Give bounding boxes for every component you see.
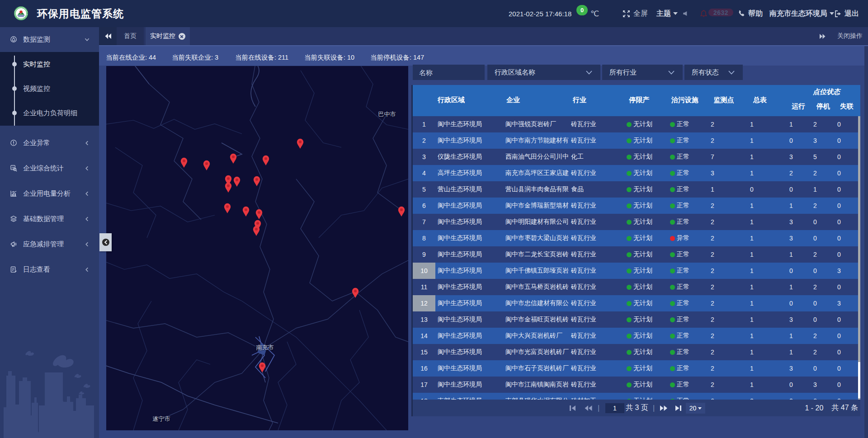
- status-dot-green: [670, 382, 675, 387]
- status-select[interactable]: 所有状态: [684, 65, 743, 80]
- map-pin-3[interactable]: [203, 160, 210, 171]
- tab-home[interactable]: 首页: [117, 27, 144, 45]
- logout-button[interactable]: 退出: [835, 0, 859, 27]
- map-pin-12[interactable]: [242, 206, 250, 217]
- table-row-17[interactable]: 17阆中生态环境局阆中市江南镇阆南页岩砖瓦行业无计划正常21030: [413, 377, 860, 393]
- chevron-down-icon: [668, 71, 675, 75]
- close-operations-button[interactable]: 关闭操作: [820, 27, 863, 45]
- tabs-scroll-left-button[interactable]: [99, 27, 117, 45]
- col-header-facility: 治污设施: [671, 96, 698, 104]
- notifications-button[interactable]: [700, 0, 707, 27]
- cell-org: 南部生态环境局: [438, 393, 505, 400]
- table-row-3[interactable]: 3仪陇生态环境局西南油气田分公司川中化工无计划正常71350: [413, 149, 860, 165]
- cell-run: 1: [780, 246, 802, 263]
- fullscreen-button[interactable]: 全屏: [623, 0, 648, 27]
- help-button[interactable]: 帮助: [738, 0, 763, 27]
- cell-org: 阆中生态环境局: [438, 132, 505, 149]
- map-panel[interactable]: 巴中市南充市遂宁市: [106, 66, 408, 430]
- sidebar-group-企业综合统计[interactable]: 企业综合统计: [0, 155, 99, 181]
- speaker-icon: [683, 11, 688, 16]
- region-select[interactable]: 行政区域名称: [487, 65, 600, 80]
- tab-realtime-monitor[interactable]: 实时监控: [146, 27, 190, 45]
- map-pin-17[interactable]: [259, 362, 266, 373]
- next-page-button[interactable]: [660, 400, 667, 416]
- notification-count-badge[interactable]: 2632: [708, 9, 733, 16]
- table-scrollbar-track[interactable]: [858, 116, 860, 400]
- table-row-14[interactable]: 14阆中生态环境局阆中大兴页岩机砖厂砖瓦行业无计划正常21120: [413, 328, 860, 344]
- cell-stopped: 2: [804, 165, 826, 181]
- table-row-2[interactable]: 2阆中生态环境局阆中市南方节能建材有砖瓦行业无计划正常21030: [413, 132, 860, 149]
- sidebar-item-视频监控[interactable]: 视频监控: [0, 76, 99, 101]
- sidebar-group-日志查看[interactable]: 日志查看: [0, 257, 99, 282]
- last-page-button[interactable]: [675, 400, 682, 416]
- cell-org: 阆中生态环境局: [438, 295, 505, 311]
- table-row-4[interactable]: 4高坪生态环境局南充市高坪区王家店建砖瓦行业无计划正常31220: [413, 165, 860, 181]
- industry-select[interactable]: 所有行业: [602, 65, 683, 80]
- sidebar-group-应急减排管理[interactable]: 应急减排管理: [0, 231, 99, 257]
- sidebar-group-label: 基础数据管理: [23, 215, 64, 223]
- cell-company: 阆中市五马桥页岩机砖: [505, 279, 572, 295]
- sidebar-item-企业电力负荷明细[interactable]: 企业电力负荷明细: [0, 101, 99, 125]
- theme-dropdown[interactable]: 主题: [656, 0, 678, 27]
- table-row-18[interactable]: 18南部生态环境局南部县砚华水泥有限公砖材加工无计划正常62060: [413, 393, 860, 400]
- table-row-7[interactable]: 7阆中生态环境局阆中明阳建材有限公司砖瓦行业无计划正常21300: [413, 214, 860, 230]
- cell-points: 2: [702, 360, 723, 377]
- cell-industry: 砖瓦行业: [571, 132, 616, 149]
- cell-stopped: 6: [804, 393, 826, 400]
- map-pin-11[interactable]: [224, 203, 231, 214]
- table-row-13[interactable]: 13阆中生态环境局阆中市金福旺页岩机砖砖瓦行业无计划正常21300: [413, 311, 860, 328]
- cell-points: 3: [702, 165, 723, 181]
- panel-collapse-toggle[interactable]: [99, 233, 112, 251]
- table-row-11[interactable]: 11阆中生态环境局阆中市五马桥页岩机砖砖瓦行业无计划正常21120: [413, 279, 860, 295]
- table-row-12[interactable]: 12阆中生态环境局阆中市忠信建材有限公砖瓦行业无计划正常21003: [413, 295, 860, 311]
- map-pin-10[interactable]: [398, 206, 405, 217]
- sidebar-group-企业异常[interactable]: 企业异常: [0, 130, 99, 155]
- next-page-icon: [660, 405, 667, 411]
- cell-row-number: 2: [413, 132, 435, 149]
- tab-close-icon[interactable]: [179, 33, 185, 40]
- map-pin-9[interactable]: [253, 176, 260, 187]
- prev-page-button[interactable]: [585, 400, 592, 416]
- sidebar-group-数据监测[interactable]: 数据监测: [0, 27, 99, 52]
- page-size-select[interactable]: 20: [686, 403, 705, 414]
- app-root: 环保用电监管系统 2021-02-25 17:46:18 0 ℃ 全屏 主题: [0, 0, 868, 438]
- page-number-input[interactable]: [605, 403, 624, 413]
- mute-button[interactable]: [683, 0, 688, 27]
- name-search-input[interactable]: [413, 65, 485, 80]
- table-row-10[interactable]: 10阆中生态环境局阆中千佛镇五郎垭页岩砖瓦行业无计划正常21003: [413, 263, 860, 279]
- table-row-9[interactable]: 9阆中生态环境局阆中市二龙长宝页岩砖砖瓦行业无计划正常21120: [413, 246, 860, 263]
- col-header-stopped: 停机: [816, 102, 830, 111]
- map-pin-16[interactable]: [352, 287, 359, 298]
- cell-points: 2: [702, 279, 723, 295]
- table-scrollbar-thumb[interactable]: [858, 362, 860, 398]
- statistics-icon: [10, 165, 17, 172]
- table-row-1[interactable]: 1阆中生态环境局阆中强锐页岩砖厂砖瓦行业无计划正常21120: [413, 116, 860, 132]
- table-row-5[interactable]: 5营山生态环境局营山县润丰肉食品有限食品无计划正常10010: [413, 181, 860, 198]
- sidebar-item-实时监控[interactable]: 实时监控: [0, 52, 99, 76]
- col-header-company: 企业: [506, 96, 520, 104]
- cell-org: 阆中生态环境局: [438, 328, 505, 344]
- map-pin-13[interactable]: [255, 209, 263, 220]
- org-dropdown[interactable]: 南充市生态环境局: [769, 0, 834, 27]
- table-row-6[interactable]: 6阆中生态环境局阆中市金博瑞新型墙材砖瓦行业无计划正常21120: [413, 198, 860, 214]
- map-pin-1[interactable]: [297, 138, 304, 149]
- cell-row-number: 10: [413, 263, 435, 279]
- sidebar-group-基础数据管理[interactable]: 基础数据管理: [0, 206, 99, 231]
- first-page-button[interactable]: [569, 400, 576, 416]
- map-pin-4[interactable]: [230, 153, 237, 164]
- map-pin-7[interactable]: [233, 176, 241, 187]
- table-row-16[interactable]: 16阆中生态环境局阆中市石子页岩机砖厂砖瓦行业无计划正常21300: [413, 360, 860, 377]
- cell-run: 3: [780, 311, 802, 328]
- sidebar-group-企业用电量分析[interactable]: 企业用电量分析: [0, 181, 99, 206]
- cell-meter: 1: [741, 311, 763, 328]
- map-pin-8[interactable]: [225, 182, 232, 193]
- cell-points: 2: [702, 198, 723, 214]
- page-size-value: 20: [689, 405, 697, 412]
- map-pin-2[interactable]: [180, 157, 188, 168]
- table-row-15[interactable]: 15阆中生态环境局阆中市光富页岩机砖厂砖瓦行业无计划正常21120: [413, 344, 860, 360]
- cell-row-number: 14: [413, 328, 435, 344]
- map-pin-5[interactable]: [262, 155, 269, 166]
- table-row-8[interactable]: 8阆中生态环境局阆中市枣碧大梁山页岩砖瓦行业无计划异常21300: [413, 230, 860, 246]
- map-pin-15[interactable]: [253, 226, 260, 236]
- total-pages-label: 共 3 页: [626, 400, 648, 416]
